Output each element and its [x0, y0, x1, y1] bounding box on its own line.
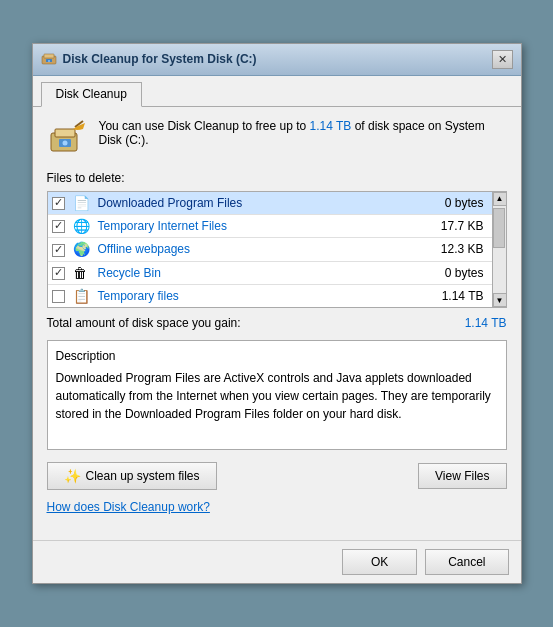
checkbox-downloaded[interactable]: [52, 197, 65, 210]
file-name-offline: Offline webpages: [92, 238, 386, 261]
table-row[interactable]: 🗑 Recycle Bin 0 bytes: [48, 261, 492, 284]
scroll-thumb[interactable]: [493, 208, 505, 248]
description-text: Downloaded Program Files are ActiveX con…: [56, 369, 498, 423]
table-row[interactable]: 🌐 Temporary Internet Files 17.7 KB: [48, 215, 492, 238]
cleanup-icon: ✨: [64, 468, 81, 484]
disk-cleanup-window: Disk Cleanup for System Disk (C:) ✕ Disk…: [32, 43, 522, 585]
title-bar-controls: ✕: [492, 50, 513, 69]
intro-section: You can use Disk Cleanup to free up to 1…: [47, 119, 507, 159]
bottom-bar: OK Cancel: [33, 540, 521, 583]
table-row[interactable]: 📄 Downloaded Program Files 0 bytes: [48, 192, 492, 215]
action-buttons: ✨ Clean up system files View Files: [47, 462, 507, 490]
file-icon-downloaded: 📄: [73, 195, 90, 211]
cancel-button[interactable]: Cancel: [425, 549, 508, 575]
scrollbar[interactable]: ▲ ▼: [492, 192, 506, 308]
help-link[interactable]: How does Disk Cleanup work?: [47, 500, 210, 514]
close-button[interactable]: ✕: [492, 50, 513, 69]
scroll-track[interactable]: [493, 206, 506, 294]
title-bar: Disk Cleanup for System Disk (C:) ✕: [33, 44, 521, 76]
file-icon-temp-internet: 🌐: [73, 218, 90, 234]
file-icon-recycle: 🗑: [73, 265, 87, 281]
description-title: Description: [56, 349, 498, 363]
files-to-delete-label: Files to delete:: [47, 171, 507, 185]
files-list: 📄 Downloaded Program Files 0 bytes 🌐 Tem…: [48, 192, 492, 308]
file-size-downloaded: 0 bytes: [385, 192, 491, 215]
svg-rect-5: [55, 129, 75, 137]
cleanup-system-files-button[interactable]: ✨ Clean up system files: [47, 462, 217, 490]
checkbox-temp-internet[interactable]: [52, 220, 65, 233]
disk-broom-icon: [47, 119, 87, 159]
file-size-offline: 12.3 KB: [385, 238, 491, 261]
intro-text-before: You can use Disk Cleanup to free up to: [99, 119, 310, 133]
file-name-temp-internet: Temporary Internet Files: [92, 215, 386, 238]
svg-point-3: [48, 60, 50, 62]
tab-bar: Disk Cleanup: [33, 76, 521, 107]
disk-cleanup-tab[interactable]: Disk Cleanup: [41, 82, 142, 107]
intro-text: You can use Disk Cleanup to free up to 1…: [99, 119, 507, 147]
total-row: Total amount of disk space you gain: 1.1…: [47, 316, 507, 330]
title-bar-left: Disk Cleanup for System Disk (C:): [41, 51, 257, 67]
file-name-recycle: Recycle Bin: [92, 261, 386, 284]
file-size-temp-internet: 17.7 KB: [385, 215, 491, 238]
cleanup-label: Clean up system files: [86, 469, 200, 483]
window-title: Disk Cleanup for System Disk (C:): [63, 52, 257, 66]
content-area: You can use Disk Cleanup to free up to 1…: [33, 107, 521, 541]
files-list-container: 📄 Downloaded Program Files 0 bytes 🌐 Tem…: [47, 191, 507, 309]
view-files-button[interactable]: View Files: [418, 463, 506, 489]
file-size-recycle: 0 bytes: [385, 261, 491, 284]
view-files-label: View Files: [435, 469, 489, 483]
title-bar-icon: [41, 51, 57, 67]
file-name-temp: Temporary files: [92, 284, 386, 307]
svg-rect-1: [44, 54, 54, 58]
table-row[interactable]: 🌍 Offline webpages 12.3 KB: [48, 238, 492, 261]
total-value: 1.14 TB: [465, 316, 507, 330]
total-label: Total amount of disk space you gain:: [47, 316, 241, 330]
description-box: Description Downloaded Program Files are…: [47, 340, 507, 450]
table-row[interactable]: 📋 Temporary files 1.14 TB: [48, 284, 492, 307]
checkbox-recycle[interactable]: [52, 267, 65, 280]
file-icon-offline: 🌍: [73, 241, 90, 257]
file-size-temp: 1.14 TB: [385, 284, 491, 307]
checkbox-offline[interactable]: [52, 244, 65, 257]
file-name-downloaded: Downloaded Program Files: [92, 192, 386, 215]
scroll-up-button[interactable]: ▲: [493, 192, 507, 206]
intro-highlight: 1.14 TB: [310, 119, 352, 133]
svg-point-7: [62, 140, 67, 145]
ok-button[interactable]: OK: [342, 549, 417, 575]
checkbox-temp-files[interactable]: [52, 290, 65, 303]
file-icon-temp: 📋: [73, 288, 90, 304]
scroll-down-button[interactable]: ▼: [493, 293, 507, 307]
